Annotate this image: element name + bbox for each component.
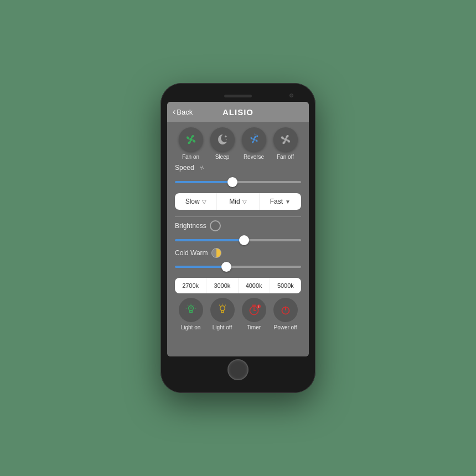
reverse-button[interactable]: Reverse: [242, 127, 266, 160]
color-temp-buttons: 2700k 3000k 4000k 5000k: [175, 278, 301, 293]
svg-text:!: !: [258, 305, 259, 308]
sleep-label: Sleep: [215, 154, 230, 160]
speed-label: Speed: [175, 164, 194, 172]
brightness-row: Brightness: [175, 220, 301, 231]
light-controls-row: Light on Light off: [175, 298, 301, 330]
power-off-button[interactable]: Power off: [273, 298, 298, 330]
fast-funnel-icon: ▼: [285, 199, 291, 205]
speed-slider[interactable]: [175, 181, 301, 183]
slow-button[interactable]: Slow ▽: [175, 193, 217, 210]
svg-point-0: [189, 138, 192, 141]
temp-2700k-button[interactable]: 2700k: [175, 278, 206, 293]
phone-device: ‹ Back ALISIO: [161, 83, 315, 393]
fast-button[interactable]: Fast ▼: [260, 193, 301, 210]
svg-point-4: [284, 138, 287, 141]
mid-button[interactable]: Mid ▽: [217, 193, 259, 210]
timer-icon-circle: !: [242, 298, 266, 322]
speed-row: Speed: [175, 163, 301, 172]
section-divider: [175, 216, 301, 217]
slow-label: Slow: [185, 198, 200, 205]
svg-point-14: [220, 306, 225, 311]
light-off-label: Light off: [213, 324, 232, 330]
speed-buttons: Slow ▽ Mid ▽ Fast ▼: [175, 193, 301, 210]
phone-camera: [289, 94, 293, 97]
temp-3000k-label: 3000k: [214, 282, 230, 289]
sleep-icon: ✦ ✦: [215, 132, 230, 147]
fast-label: Fast: [270, 198, 283, 205]
svg-text:✦: ✦: [225, 138, 227, 141]
cold-warm-slider-container: [175, 259, 301, 275]
svg-line-18: [219, 305, 220, 306]
phone-screen: ‹ Back ALISIO: [167, 102, 309, 356]
temp-5000k-label: 5000k: [277, 282, 294, 289]
power-off-icon: [278, 303, 293, 317]
cold-warm-slider[interactable]: [175, 266, 301, 268]
mid-funnel-icon: ▽: [242, 199, 247, 205]
screen-body: Fan on ✦ ✦ Sleep: [167, 122, 309, 356]
svg-line-17: [225, 305, 225, 306]
svg-line-10: [193, 305, 194, 306]
cold-warm-icon: [211, 248, 221, 258]
light-off-icon: [215, 303, 230, 317]
phone-top-bar: [167, 90, 309, 102]
fan-on-label: Fan on: [182, 154, 199, 160]
light-on-label: Light on: [181, 324, 201, 330]
reverse-icon: [247, 132, 261, 147]
power-off-icon-circle: [273, 298, 298, 322]
svg-point-5: [201, 167, 203, 169]
light-off-button[interactable]: Light off: [210, 298, 235, 330]
sleep-button[interactable]: ✦ ✦ Sleep: [210, 127, 235, 160]
temp-4000k-button[interactable]: 4000k: [239, 278, 270, 293]
phone-bottom: [167, 356, 309, 383]
speed-fan-icon: [198, 163, 206, 172]
brightness-slider-container: [175, 232, 301, 248]
cold-warm-label: Cold Warm: [175, 249, 208, 257]
screen-title: ALISIO: [223, 107, 253, 117]
speed-slider-container: [175, 174, 301, 190]
timer-button[interactable]: ! Timer: [242, 298, 266, 330]
fan-on-button[interactable]: Fan on: [179, 127, 203, 160]
timer-icon: !: [247, 303, 261, 317]
brightness-label: Brightness: [175, 222, 206, 230]
brightness-slider[interactable]: [175, 239, 301, 241]
temp-2700k-label: 2700k: [182, 282, 199, 289]
fan-on-icon-circle: [179, 127, 203, 152]
fan-on-icon: [184, 132, 198, 147]
phone-speaker: [224, 95, 252, 97]
back-button[interactable]: ‹ Back: [173, 107, 193, 117]
svg-text:✦: ✦: [224, 134, 227, 138]
svg-point-8: [189, 307, 192, 309]
svg-point-3: [252, 138, 255, 141]
svg-line-11: [188, 305, 188, 306]
light-on-icon-circle: [179, 298, 203, 322]
temp-5000k-button[interactable]: 5000k: [270, 278, 301, 293]
light-on-button[interactable]: Light on: [179, 298, 203, 330]
light-off-icon-circle: [210, 298, 235, 322]
light-on-icon: [184, 303, 198, 317]
temp-4000k-label: 4000k: [246, 282, 262, 289]
brightness-toggle-icon: [210, 220, 221, 231]
fan-off-button[interactable]: Fan off: [273, 127, 298, 160]
power-off-label: Power off: [273, 324, 297, 330]
fan-off-icon: [278, 132, 293, 147]
reverse-label: Reverse: [244, 154, 264, 160]
mid-label: Mid: [229, 198, 240, 205]
fan-controls-row: Fan on ✦ ✦ Sleep: [175, 127, 301, 160]
cold-warm-row: Cold Warm: [175, 248, 301, 258]
screen-header: ‹ Back ALISIO: [167, 102, 309, 122]
back-chevron-icon: ‹: [173, 107, 175, 117]
fan-off-icon-circle: [273, 127, 298, 152]
slow-funnel-icon: ▽: [202, 199, 206, 205]
fan-off-label: Fan off: [277, 154, 294, 160]
timer-label: Timer: [247, 324, 261, 330]
home-button[interactable]: [227, 359, 249, 380]
back-label: Back: [177, 108, 193, 116]
reverse-icon-circle: [242, 127, 266, 152]
temp-3000k-button[interactable]: 3000k: [206, 278, 238, 293]
sleep-icon-circle: ✦ ✦: [210, 127, 235, 152]
